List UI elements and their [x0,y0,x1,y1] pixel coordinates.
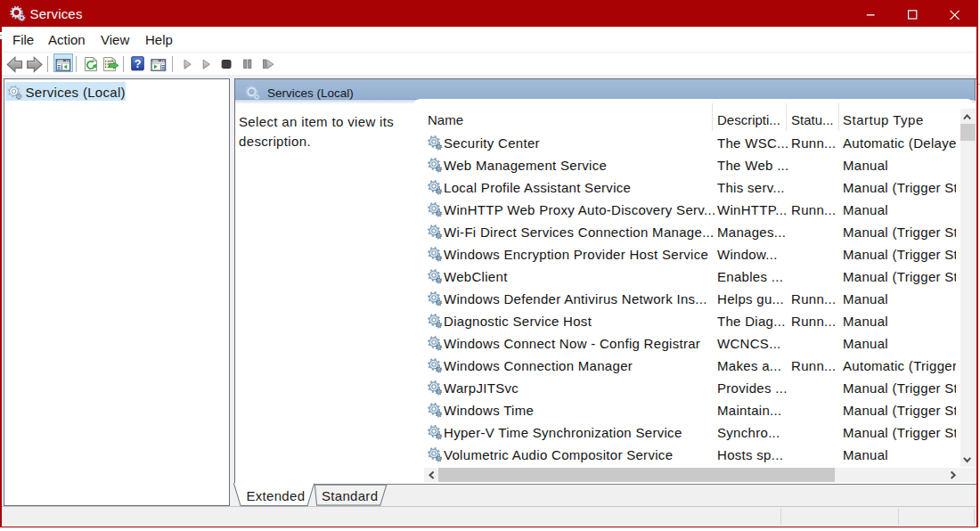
svg-text:Standard: Standard [322,488,378,503]
svg-text:Extended: Extended [247,488,306,503]
svg-text:?: ? [135,58,142,70]
